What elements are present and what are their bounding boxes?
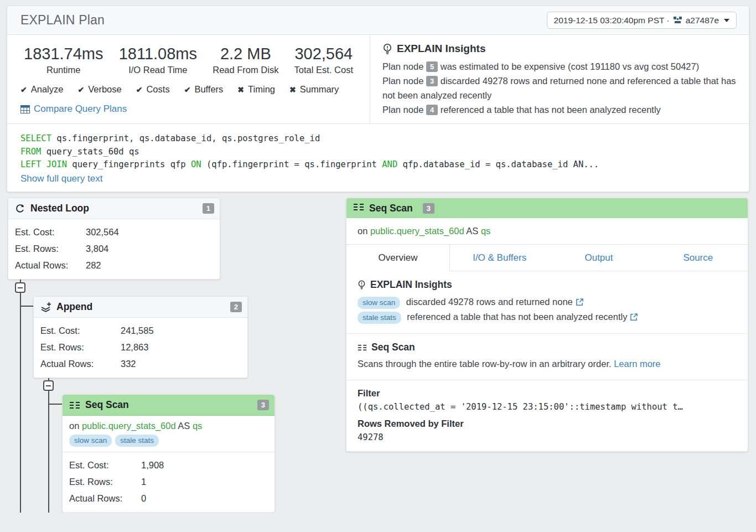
insight-item: slow scan discarded 49278 rows and retur… — [358, 295, 737, 309]
flag-verbose: ✔Verbose — [77, 84, 121, 95]
filter-expression: ((qs.collected_at = '2019-12-15 23:15:00… — [358, 402, 737, 412]
flag-buffers: ✔Buffers — [184, 84, 224, 95]
lightbulb-icon — [382, 43, 392, 55]
detail-table-row: on public.query_stats_60d AS qs — [346, 218, 748, 244]
node-title: Seq Scan — [85, 399, 129, 411]
tab-overview[interactable]: Overview — [346, 244, 450, 271]
node-header: Seq Scan 3 — [63, 395, 275, 416]
rows-removed-title: Rows Removed by Filter — [358, 419, 737, 429]
external-link-icon[interactable] — [630, 313, 638, 321]
collapse-node-2-button[interactable] — [43, 380, 54, 391]
alias-link[interactable]: qs — [193, 421, 202, 431]
seq-scan-rows-icon — [69, 401, 80, 410]
explain-plan-header: EXPLAIN Plan 2019-12-15 03:20:40pm PST ·… — [7, 6, 749, 35]
table-link[interactable]: public.query_stats_60d — [370, 226, 464, 236]
node-table-row: on public.query_stats_60d AS qs slow sca… — [63, 416, 275, 452]
alias-link[interactable]: qs — [481, 226, 490, 236]
plan-node-append[interactable]: Append 2 Est. Cost:241,585 Est. Rows:12,… — [33, 296, 248, 378]
loop-icon — [15, 203, 25, 214]
stat-runtime: 1831.74ms Runtime — [24, 44, 103, 75]
insight-item: Plan node 4 referenced a table that has … — [382, 102, 738, 117]
node-title: Nested Loop — [30, 203, 89, 214]
tree-connector-line — [20, 272, 21, 513]
seq-scan-rows-icon — [353, 203, 364, 214]
plan-node-nested-loop[interactable]: Nested Loop 1 Est. Cost:302,564 Est. Row… — [8, 198, 220, 280]
stat-row: Est. Cost:302,564 — [15, 224, 213, 240]
insight-item: Plan node 5 was estimated to be expensiv… — [382, 59, 738, 74]
node-header: Nested Loop 1 — [8, 198, 220, 219]
external-link-icon[interactable] — [576, 298, 584, 306]
lightbulb-icon — [358, 280, 366, 290]
stats-row: 1831.74ms Runtime 1811.08ms I/O Read Tim… — [20, 44, 356, 75]
tab-io-buffers[interactable]: I/O & Buffers — [450, 245, 549, 271]
node-badge[interactable]: 3 — [426, 76, 438, 86]
tree-connector-line — [20, 306, 33, 307]
stat-io-read-time: 1811.08ms I/O Read Time — [119, 44, 197, 75]
node-detail-panel: Seq Scan 3 on public.query_stats_60d AS … — [346, 198, 748, 452]
table-grid-icon — [20, 105, 30, 113]
stat-row: Est. Cost:241,585 — [40, 322, 241, 339]
node-badge[interactable]: 4 — [426, 105, 438, 115]
stat-row: Actual Rows:0 — [69, 490, 268, 507]
node-help-section: Seq Scan Scans through the entire table … — [346, 334, 748, 380]
flag-timing: ✖Timing — [237, 84, 275, 95]
show-full-query-link[interactable]: Show full query text — [20, 173, 102, 184]
x-icon: ✖ — [237, 85, 244, 94]
node-help-title: Seq Scan — [358, 342, 737, 353]
node-title: Append — [56, 301, 92, 313]
insight-tag: slow scan — [69, 435, 112, 447]
explain-insights-title: EXPLAIN Insights — [382, 43, 738, 55]
tab-output[interactable]: Output — [549, 245, 648, 271]
node-badge[interactable]: 5 — [426, 61, 438, 72]
node-stats: Est. Cost:302,564 Est. Rows:3,804 Actual… — [8, 219, 220, 279]
snapshot-datetime: 2019-12-15 03:20:40pm PST · — [554, 16, 670, 25]
check-icon: ✔ — [136, 85, 143, 94]
explain-insights-panel: EXPLAIN Insights Plan node 5 was estimat… — [370, 35, 749, 123]
insight-item: stale stats referenced a table that has … — [358, 309, 737, 324]
snapshot-id: a27487e — [686, 16, 719, 25]
node-stats: Est. Cost:241,585 Est. Rows:12,863 Actua… — [34, 318, 247, 378]
page-title: EXPLAIN Plan — [20, 13, 105, 28]
insight-item: Plan node 3 discarded 49278 rows and ret… — [382, 74, 738, 102]
tree-connector-line — [48, 370, 49, 513]
detail-insights-title: EXPLAIN Insights — [358, 279, 737, 291]
filter-section: Filter ((qs.collected_at = '2019-12-15 2… — [346, 380, 748, 451]
plan-tree-area: Nested Loop 1 Est. Cost:302,564 Est. Row… — [7, 192, 749, 513]
compare-query-plans-link[interactable]: Compare Query Plans — [20, 104, 127, 115]
check-icon: ✔ — [20, 85, 27, 94]
stat-row: Est. Rows:12,863 — [40, 339, 241, 355]
stat-row: Est. Rows:1 — [69, 473, 268, 490]
stat-row: Actual Rows:332 — [40, 355, 241, 372]
explain-plan-card: EXPLAIN Plan 2019-12-15 03:20:40pm PST ·… — [7, 6, 749, 192]
plan-summary: 1831.74ms Runtime 1811.08ms I/O Read Tim… — [7, 35, 370, 123]
snapshot-icon — [674, 17, 682, 24]
stat-read-from-disk: 2.2 MB Read From Disk — [213, 44, 278, 75]
append-layers-icon — [40, 302, 51, 312]
learn-more-link[interactable]: Learn more — [614, 359, 660, 369]
x-icon: ✖ — [289, 85, 296, 94]
chevron-down-icon — [724, 19, 729, 22]
stat-row: Est. Cost:1,908 — [69, 457, 268, 473]
sql-query-text: SELECT qs.fingerprint, qs.database_id, q… — [20, 132, 736, 171]
detail-insights-section: EXPLAIN Insights slow scan discarded 492… — [346, 271, 748, 334]
explain-flags: ✔Analyze ✔Verbose ✔Costs ✔Buffers ✖Timin… — [20, 84, 356, 95]
query-text-section: SELECT qs.fingerprint, qs.database_id, q… — [7, 123, 749, 192]
table-link[interactable]: public.query_stats_60d — [82, 421, 176, 431]
node-help-text: Scans through the entire table row-by-ro… — [358, 357, 737, 371]
stat-row: Est. Rows:3,804 — [15, 240, 213, 257]
tree-connector-line — [49, 404, 62, 405]
insight-tag: stale stats — [358, 312, 401, 324]
tab-source[interactable]: Source — [649, 245, 748, 271]
snapshot-selector-button[interactable]: 2019-12-15 03:20:40pm PST · a27487e — [547, 12, 737, 29]
check-icon: ✔ — [184, 85, 191, 94]
stat-total-est-cost: 302,564 Total Est. Cost — [294, 44, 353, 75]
node-stats: Est. Cost:1,908 Est. Rows:1 Actual Rows:… — [63, 452, 275, 512]
insight-tag: slow scan — [358, 297, 400, 309]
node-badge: 3 — [423, 203, 434, 214]
collapse-node-1-button[interactable] — [15, 282, 25, 293]
check-icon: ✔ — [77, 85, 84, 94]
detail-header: Seq Scan 3 — [346, 198, 748, 218]
plan-node-seq-scan[interactable]: Seq Scan 3 on public.query_stats_60d AS … — [62, 394, 275, 513]
detail-title: Seq Scan — [369, 203, 413, 214]
detail-tabs: Overview I/O & Buffers Output Source — [346, 244, 748, 271]
